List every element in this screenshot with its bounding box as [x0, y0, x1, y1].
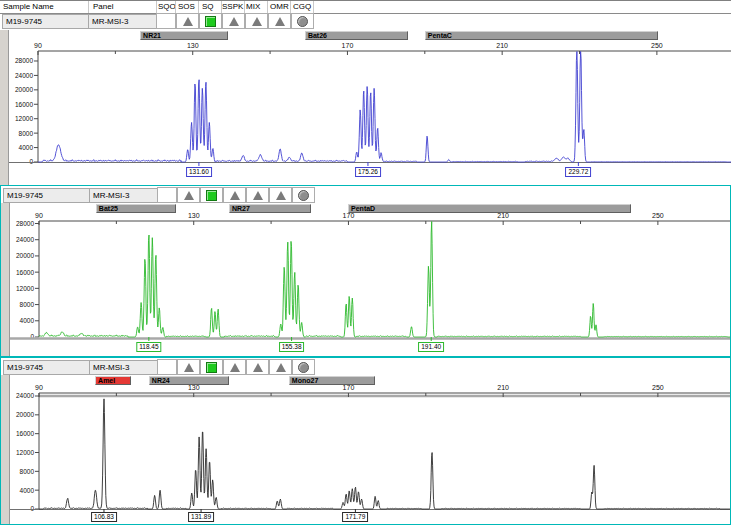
svg-text:170: 170 [343, 212, 355, 219]
peak-size-label[interactable]: 171.79 [342, 512, 368, 522]
svg-text:16000: 16000 [16, 269, 34, 276]
green-square-icon [205, 16, 216, 27]
flag-cell-sq[interactable] [199, 13, 222, 29]
electropherogram-plot-blue[interactable]: 9013017021025004000800012000160002000024… [0, 41, 731, 169]
sample-name-cell[interactable]: M19-9745 [2, 14, 91, 29]
column-separator [88, 1, 89, 13]
column-separator [156, 1, 157, 13]
gray-triangle-icon [184, 363, 194, 372]
flag-cell-cgq[interactable] [292, 187, 315, 203]
column-separator [198, 1, 199, 13]
flag-cell-sqo[interactable] [156, 13, 176, 29]
svg-text:16000: 16000 [16, 430, 34, 437]
svg-text:130: 130 [188, 212, 200, 219]
column-header-sqo: SQO [158, 2, 176, 12]
flag-cell-mix[interactable] [246, 359, 269, 375]
marker-bar-nr21[interactable]: NR21 [140, 31, 228, 40]
trace-panel-green: M19-9745 MR-MSI-3 Bat25NR27PentaD 901301… [0, 185, 731, 357]
flag-cell-sq[interactable] [200, 187, 223, 203]
svg-text:16000: 16000 [15, 101, 33, 108]
flag-cell-sspk[interactable] [223, 359, 246, 375]
gray-triangle-icon [252, 17, 262, 26]
svg-text:28000: 28000 [16, 220, 34, 227]
panel-name-cell[interactable]: MR-MSI-3 [89, 360, 160, 375]
flag-cell-sos[interactable] [177, 359, 200, 375]
flag-cell-cgq[interactable] [292, 359, 315, 375]
svg-text:12000: 12000 [16, 285, 34, 292]
svg-text:170: 170 [342, 42, 354, 49]
column-separator [221, 1, 222, 13]
gray-triangle-icon [183, 17, 193, 26]
gray-triangle-icon [253, 363, 263, 372]
svg-text:24000: 24000 [16, 392, 34, 399]
svg-text:210: 210 [496, 42, 508, 49]
svg-text:0: 0 [29, 158, 33, 165]
flag-cell-omr[interactable] [269, 359, 292, 375]
flag-cell-sqo[interactable] [157, 187, 177, 203]
flag-cell-omr[interactable] [269, 187, 292, 203]
flag-cell-omr[interactable] [268, 13, 291, 29]
svg-text:24000: 24000 [16, 236, 34, 243]
svg-text:130: 130 [187, 42, 199, 49]
electropherogram-plot-black[interactable]: 9013017021025004000800012000160002000024… [1, 383, 731, 515]
flag-cell-mix[interactable] [246, 187, 269, 203]
trace-panel-black: M19-9745 MR-MSI-3 AmelNR24Mono27 9013017… [0, 357, 731, 525]
svg-text:24000: 24000 [15, 72, 33, 79]
peak-size-label[interactable]: 131.89 [188, 512, 214, 522]
electropherogram-plot-green[interactable]: 9013017021025004000800012000160002000024… [1, 211, 731, 345]
flag-cell-sspk[interactable] [222, 13, 245, 29]
svg-text:20000: 20000 [16, 252, 34, 259]
panel-name-cell[interactable]: MR-MSI-3 [89, 188, 160, 203]
svg-text:250: 250 [652, 384, 664, 391]
gray-triangle-icon [275, 17, 285, 26]
gray-triangle-icon [184, 191, 194, 200]
peak-size-label[interactable]: 106.83 [91, 512, 117, 522]
flag-cell-sspk[interactable] [223, 187, 246, 203]
sample-row[interactable]: M19-9745 MR-MSI-3 [0, 13, 731, 30]
trace-panel-blue: Sample Name Panel SQO SOS SQ SSPK MIX OM… [0, 0, 731, 185]
genemarker-window: Sample Name Panel SQO SOS SQ SSPK MIX OM… [0, 0, 731, 525]
column-separator [313, 1, 314, 13]
column-header-omr: OMR [270, 2, 289, 12]
sample-row[interactable]: M19-9745 MR-MSI-3 [1, 187, 730, 204]
column-header-sspk: SSPK [222, 2, 243, 12]
column-header-panel: Panel [93, 2, 113, 12]
flag-cell-sos[interactable] [176, 13, 199, 29]
peak-size-label[interactable]: 118.45 [136, 342, 161, 352]
gray-triangle-icon [253, 191, 263, 200]
peak-size-label[interactable]: 229.72 [565, 167, 591, 177]
svg-text:210: 210 [497, 384, 509, 391]
column-separator [290, 1, 291, 13]
marker-bar-pentac[interactable]: PentaC [425, 31, 658, 40]
svg-text:250: 250 [652, 212, 664, 219]
sample-row[interactable]: M19-9745 MR-MSI-3 [1, 359, 730, 376]
flag-cell-sos[interactable] [177, 187, 200, 203]
peak-size-label[interactable]: 155.38 [279, 342, 305, 352]
gray-triangle-icon [276, 191, 286, 200]
sample-name-cell[interactable]: M19-9745 [3, 360, 92, 375]
peak-size-label[interactable]: 131.60 [186, 167, 212, 177]
svg-text:0: 0 [30, 505, 34, 512]
svg-text:4000: 4000 [20, 487, 35, 494]
flag-cell-sqo[interactable] [157, 359, 177, 375]
gray-circle-icon [298, 362, 309, 373]
sample-name-cell[interactable]: M19-9745 [3, 188, 92, 203]
green-square-icon [206, 190, 217, 201]
svg-text:8000: 8000 [20, 468, 35, 475]
flag-cell-sq[interactable] [200, 359, 223, 375]
panel-name-cell[interactable]: MR-MSI-3 [88, 14, 159, 29]
marker-bar-bat26[interactable]: Bat26 [305, 31, 408, 40]
peak-size-label[interactable]: 191.40 [418, 342, 444, 352]
svg-text:170: 170 [343, 384, 355, 391]
column-separator [244, 1, 245, 13]
svg-text:90: 90 [34, 42, 42, 49]
svg-text:90: 90 [35, 384, 43, 391]
svg-text:8000: 8000 [20, 301, 35, 308]
column-header-cgq: CGQ [293, 2, 311, 12]
flag-cell-mix[interactable] [245, 13, 268, 29]
svg-text:4000: 4000 [20, 317, 35, 324]
peak-size-label[interactable]: 175.26 [355, 167, 381, 177]
svg-text:20000: 20000 [16, 411, 34, 418]
column-separator [267, 1, 268, 13]
flag-cell-cgq[interactable] [291, 13, 314, 29]
